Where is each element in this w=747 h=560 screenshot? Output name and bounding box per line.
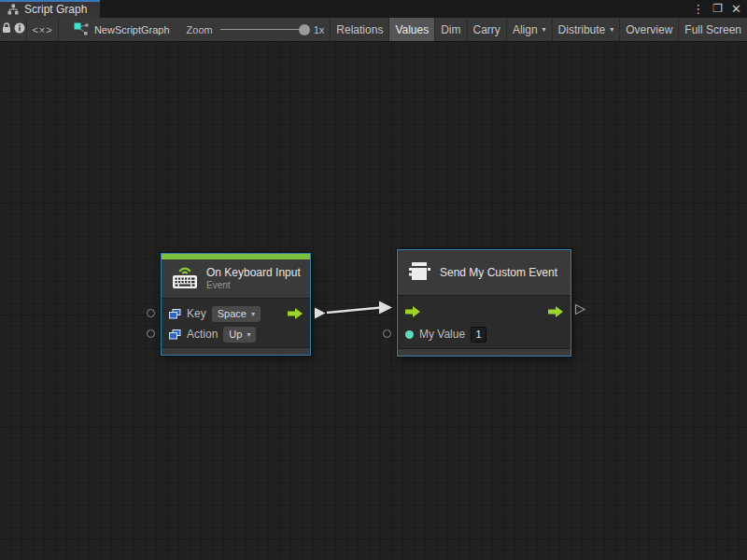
- trigger-output-port[interactable]: [288, 308, 303, 319]
- button-label: Dim: [441, 23, 460, 36]
- toolbar-toggle-buttons: Relations Values Dim Carry Align ▾ Distr…: [330, 18, 747, 41]
- button-label: Overview: [626, 23, 672, 36]
- full-screen-button[interactable]: Full Screen: [678, 18, 747, 41]
- port-row-action: Action Up ▾: [162, 324, 310, 344]
- chevron-down-icon: ▾: [251, 308, 255, 320]
- node-body: Key Space ▾: [162, 299, 310, 347]
- align-dropdown-button[interactable]: Align ▾: [506, 18, 552, 41]
- zoom-slider-handle[interactable]: [299, 24, 310, 35]
- trigger-output-port[interactable]: [548, 306, 563, 317]
- maximize-icon[interactable]: ❐: [712, 0, 723, 18]
- connection-wire: [0, 42, 747, 560]
- distribute-dropdown-button[interactable]: Distribute ▾: [552, 18, 620, 41]
- node-header: On Keyboard Input Event: [162, 259, 310, 299]
- lock-icon: [2, 22, 11, 36]
- port-label: My Value: [419, 328, 465, 341]
- zoom-label: Zoom: [187, 24, 213, 35]
- script-graph-asset-icon: [74, 22, 89, 37]
- edit-code-button[interactable]: <×>: [27, 18, 59, 41]
- more-options-icon[interactable]: ⋮: [692, 0, 704, 18]
- node-send-my-custom-event[interactable]: Send My Custom Event My Value: [397, 249, 571, 357]
- node-title: Send My Custom Event: [440, 266, 557, 279]
- port-label: Key: [187, 307, 206, 320]
- tab-script-graph[interactable]: Script Graph: [0, 0, 100, 18]
- overview-button[interactable]: Overview: [619, 18, 678, 41]
- zoom-slider-track[interactable]: [220, 29, 310, 30]
- custom-event-icon: [407, 259, 432, 287]
- button-label: Carry: [473, 23, 500, 36]
- graph-tree-icon: [7, 4, 19, 15]
- node-on-keyboard-input[interactable]: On Keyboard Input Event Key Space: [161, 253, 311, 356]
- close-icon[interactable]: ✕: [731, 0, 741, 18]
- values-button[interactable]: Values: [388, 18, 434, 41]
- node-body: My Value: [398, 296, 571, 348]
- tab-bar: Script Graph ⋮ ❐ ✕: [0, 0, 747, 18]
- zoom-control: Zoom 1x: [187, 18, 325, 41]
- connected-output-triangle[interactable]: [314, 307, 326, 319]
- enum-type-icon: [169, 309, 181, 319]
- zoom-value: 1x: [314, 24, 325, 35]
- chevron-down-icon: ▾: [247, 329, 250, 341]
- dim-button[interactable]: Dim: [434, 18, 466, 41]
- tab-title: Script Graph: [24, 3, 87, 16]
- node-header: Send My Custom Event: [398, 250, 571, 296]
- key-input-port[interactable]: [147, 309, 155, 317]
- graph-canvas[interactable]: On Keyboard Input Event Key Space: [0, 42, 747, 560]
- zoom-slider[interactable]: [220, 18, 310, 41]
- key-dropdown[interactable]: Space ▾: [212, 306, 261, 322]
- window-controls: ⋮ ❐ ✕: [692, 0, 741, 18]
- info-button[interactable]: [13, 18, 26, 41]
- code-icon: <×>: [32, 24, 52, 35]
- my-value-input-port[interactable]: [383, 329, 391, 338]
- toolbar: <×> NewScriptGraph Zoom 1x: [0, 18, 747, 42]
- port-row-my-value: My Value: [398, 323, 571, 345]
- script-graph-window: Script Graph ⋮ ❐ ✕: [0, 0, 747, 560]
- unconnected-output-triangle[interactable]: [574, 303, 586, 315]
- action-dropdown[interactable]: Up ▾: [223, 327, 256, 343]
- chevron-down-icon: ▾: [610, 25, 613, 34]
- node-footer: [398, 348, 571, 356]
- button-label: Full Screen: [684, 23, 741, 36]
- dropdown-value: Up: [229, 329, 242, 341]
- carry-button[interactable]: Carry: [467, 18, 506, 41]
- lock-button[interactable]: [0, 18, 13, 41]
- trigger-input-port[interactable]: [405, 306, 420, 317]
- enum-type-icon: [169, 329, 181, 340]
- node-footer: [162, 347, 310, 355]
- node-subtitle: Event: [206, 280, 301, 291]
- button-label: Distribute: [558, 23, 606, 36]
- node-title: On Keyboard Input: [206, 266, 301, 279]
- button-label: Align: [513, 23, 538, 36]
- chevron-down-icon: ▾: [543, 25, 546, 34]
- button-label: Values: [395, 23, 429, 36]
- keyboard-icon: [171, 264, 199, 293]
- my-value-input[interactable]: [471, 327, 486, 343]
- port-row-key: Key Space ▾: [162, 303, 310, 324]
- node-titles: On Keyboard Input Event: [206, 266, 301, 291]
- flow-port-row: [398, 301, 571, 323]
- action-input-port[interactable]: [147, 329, 155, 338]
- button-label: Relations: [336, 23, 383, 36]
- relations-button[interactable]: Relations: [330, 18, 388, 41]
- active-tab-indicator: [0, 0, 100, 2]
- graph-breadcrumb[interactable]: NewScriptGraph: [59, 18, 177, 41]
- value-port-dot: [405, 330, 414, 339]
- graph-name: NewScriptGraph: [94, 24, 170, 35]
- info-icon: [14, 22, 25, 36]
- port-label: Action: [187, 328, 218, 341]
- dropdown-value: Space: [218, 308, 247, 320]
